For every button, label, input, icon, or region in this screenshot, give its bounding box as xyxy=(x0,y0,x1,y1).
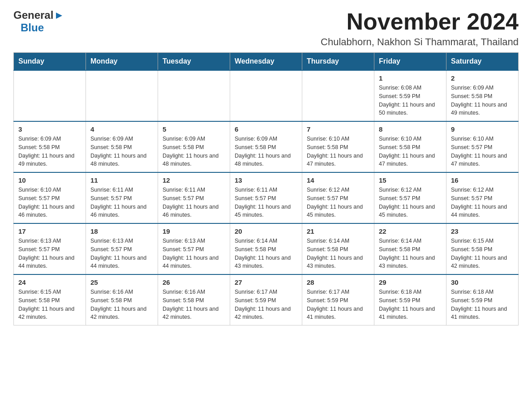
day-number: 26 xyxy=(163,278,225,286)
calendar-cell: 30Sunrise: 6:18 AM Sunset: 5:59 PM Dayli… xyxy=(446,274,519,325)
day-number: 4 xyxy=(90,125,153,133)
day-info: Sunrise: 6:11 AM Sunset: 5:57 PM Dayligh… xyxy=(90,186,153,219)
day-number: 2 xyxy=(451,74,514,82)
week-row-4: 17Sunrise: 6:13 AM Sunset: 5:57 PM Dayli… xyxy=(14,223,519,274)
calendar-cell xyxy=(158,70,230,121)
day-number: 20 xyxy=(235,227,297,235)
column-header-sunday: Sunday xyxy=(14,53,86,71)
day-number: 25 xyxy=(90,278,153,286)
svg-marker-0 xyxy=(56,13,62,19)
calendar-cell: 6Sunrise: 6:09 AM Sunset: 5:58 PM Daylig… xyxy=(230,121,302,172)
month-title: November 2024 xyxy=(321,9,519,34)
logo-general-text: General xyxy=(13,9,53,21)
day-number: 19 xyxy=(163,227,225,235)
calendar-cell: 23Sunrise: 6:15 AM Sunset: 5:58 PM Dayli… xyxy=(446,223,519,274)
calendar-cell xyxy=(14,70,86,121)
calendar-cell xyxy=(302,70,374,121)
day-number: 17 xyxy=(18,227,81,235)
day-number: 6 xyxy=(235,125,297,133)
week-row-2: 3Sunrise: 6:09 AM Sunset: 5:58 PM Daylig… xyxy=(14,121,519,172)
calendar-cell: 18Sunrise: 6:13 AM Sunset: 5:57 PM Dayli… xyxy=(86,223,158,274)
day-info: Sunrise: 6:18 AM Sunset: 5:59 PM Dayligh… xyxy=(379,288,442,321)
day-number: 12 xyxy=(163,176,225,184)
calendar-cell: 22Sunrise: 6:14 AM Sunset: 5:58 PM Dayli… xyxy=(374,223,446,274)
calendar-cell: 16Sunrise: 6:12 AM Sunset: 5:57 PM Dayli… xyxy=(446,172,519,223)
logo-arrow-icon xyxy=(54,11,64,21)
calendar-cell: 10Sunrise: 6:10 AM Sunset: 5:57 PM Dayli… xyxy=(14,172,86,223)
day-info: Sunrise: 6:15 AM Sunset: 5:58 PM Dayligh… xyxy=(451,237,514,270)
calendar-cell: 5Sunrise: 6:09 AM Sunset: 5:58 PM Daylig… xyxy=(158,121,230,172)
day-info: Sunrise: 6:12 AM Sunset: 5:57 PM Dayligh… xyxy=(307,186,369,219)
calendar-cell: 2Sunrise: 6:09 AM Sunset: 5:58 PM Daylig… xyxy=(446,70,519,121)
day-number: 1 xyxy=(379,74,442,82)
calendar-cell: 4Sunrise: 6:09 AM Sunset: 5:58 PM Daylig… xyxy=(86,121,158,172)
column-header-tuesday: Tuesday xyxy=(158,53,230,71)
calendar-cell: 1Sunrise: 6:08 AM Sunset: 5:59 PM Daylig… xyxy=(374,70,446,121)
calendar-cell: 27Sunrise: 6:17 AM Sunset: 5:59 PM Dayli… xyxy=(230,274,302,325)
calendar-cell: 8Sunrise: 6:10 AM Sunset: 5:58 PM Daylig… xyxy=(374,121,446,172)
calendar-cell: 17Sunrise: 6:13 AM Sunset: 5:57 PM Dayli… xyxy=(14,223,86,274)
week-row-5: 24Sunrise: 6:15 AM Sunset: 5:58 PM Dayli… xyxy=(14,274,519,325)
day-info: Sunrise: 6:10 AM Sunset: 5:57 PM Dayligh… xyxy=(18,186,81,219)
calendar-cell: 13Sunrise: 6:11 AM Sunset: 5:57 PM Dayli… xyxy=(230,172,302,223)
day-number: 9 xyxy=(451,125,514,133)
calendar-cell: 29Sunrise: 6:18 AM Sunset: 5:59 PM Dayli… xyxy=(374,274,446,325)
day-number: 24 xyxy=(18,278,81,286)
day-info: Sunrise: 6:09 AM Sunset: 5:58 PM Dayligh… xyxy=(235,135,297,168)
day-info: Sunrise: 6:08 AM Sunset: 5:59 PM Dayligh… xyxy=(379,84,442,117)
column-header-thursday: Thursday xyxy=(302,53,374,71)
calendar-cell: 20Sunrise: 6:14 AM Sunset: 5:58 PM Dayli… xyxy=(230,223,302,274)
day-info: Sunrise: 6:11 AM Sunset: 5:57 PM Dayligh… xyxy=(163,186,225,219)
calendar-cell xyxy=(230,70,302,121)
calendar-cell: 11Sunrise: 6:11 AM Sunset: 5:57 PM Dayli… xyxy=(86,172,158,223)
day-info: Sunrise: 6:14 AM Sunset: 5:58 PM Dayligh… xyxy=(235,237,297,270)
day-number: 27 xyxy=(235,278,297,286)
day-number: 3 xyxy=(18,125,81,133)
day-info: Sunrise: 6:10 AM Sunset: 5:58 PM Dayligh… xyxy=(307,135,369,168)
day-info: Sunrise: 6:17 AM Sunset: 5:59 PM Dayligh… xyxy=(235,288,297,321)
day-number: 7 xyxy=(307,125,369,133)
day-info: Sunrise: 6:17 AM Sunset: 5:59 PM Dayligh… xyxy=(307,288,369,321)
calendar-table: SundayMondayTuesdayWednesdayThursdayFrid… xyxy=(13,52,519,325)
day-number: 13 xyxy=(235,176,297,184)
column-header-wednesday: Wednesday xyxy=(230,53,302,71)
week-row-3: 10Sunrise: 6:10 AM Sunset: 5:57 PM Dayli… xyxy=(14,172,519,223)
calendar-cell: 3Sunrise: 6:09 AM Sunset: 5:58 PM Daylig… xyxy=(14,121,86,172)
day-info: Sunrise: 6:10 AM Sunset: 5:58 PM Dayligh… xyxy=(379,135,442,168)
location-subtitle: Chulabhorn, Nakhon Si Thammarat, Thailan… xyxy=(321,36,519,48)
calendar-cell: 28Sunrise: 6:17 AM Sunset: 5:59 PM Dayli… xyxy=(302,274,374,325)
calendar-cell: 14Sunrise: 6:12 AM Sunset: 5:57 PM Dayli… xyxy=(302,172,374,223)
day-info: Sunrise: 6:10 AM Sunset: 5:57 PM Dayligh… xyxy=(451,135,514,168)
logo: General Blue xyxy=(13,9,64,34)
day-info: Sunrise: 6:16 AM Sunset: 5:58 PM Dayligh… xyxy=(90,288,153,321)
day-info: Sunrise: 6:16 AM Sunset: 5:58 PM Dayligh… xyxy=(163,288,225,321)
day-number: 28 xyxy=(307,278,369,286)
calendar-cell: 24Sunrise: 6:15 AM Sunset: 5:58 PM Dayli… xyxy=(14,274,86,325)
day-number: 5 xyxy=(163,125,225,133)
day-number: 16 xyxy=(451,176,514,184)
day-info: Sunrise: 6:11 AM Sunset: 5:57 PM Dayligh… xyxy=(235,186,297,219)
day-number: 11 xyxy=(90,176,153,184)
calendar-cell: 12Sunrise: 6:11 AM Sunset: 5:57 PM Dayli… xyxy=(158,172,230,223)
calendar-cell xyxy=(86,70,158,121)
day-info: Sunrise: 6:12 AM Sunset: 5:57 PM Dayligh… xyxy=(379,186,442,219)
day-number: 21 xyxy=(307,227,369,235)
day-number: 22 xyxy=(379,227,442,235)
day-info: Sunrise: 6:14 AM Sunset: 5:58 PM Dayligh… xyxy=(307,237,369,270)
day-info: Sunrise: 6:09 AM Sunset: 5:58 PM Dayligh… xyxy=(18,135,81,168)
day-info: Sunrise: 6:14 AM Sunset: 5:58 PM Dayligh… xyxy=(379,237,442,270)
calendar-cell: 21Sunrise: 6:14 AM Sunset: 5:58 PM Dayli… xyxy=(302,223,374,274)
calendar-cell: 7Sunrise: 6:10 AM Sunset: 5:58 PM Daylig… xyxy=(302,121,374,172)
day-info: Sunrise: 6:13 AM Sunset: 5:57 PM Dayligh… xyxy=(18,237,81,270)
header-area: General Blue November 2024 Chulabhorn, N… xyxy=(13,9,519,48)
day-number: 8 xyxy=(379,125,442,133)
column-header-monday: Monday xyxy=(86,53,158,71)
column-header-saturday: Saturday xyxy=(446,53,519,71)
logo-blue-text: Blue xyxy=(21,21,44,34)
column-header-friday: Friday xyxy=(374,53,446,71)
calendar-cell: 9Sunrise: 6:10 AM Sunset: 5:57 PM Daylig… xyxy=(446,121,519,172)
day-number: 18 xyxy=(90,227,153,235)
calendar-cell: 19Sunrise: 6:13 AM Sunset: 5:57 PM Dayli… xyxy=(158,223,230,274)
week-row-1: 1Sunrise: 6:08 AM Sunset: 5:59 PM Daylig… xyxy=(14,70,519,121)
day-info: Sunrise: 6:13 AM Sunset: 5:57 PM Dayligh… xyxy=(163,237,225,270)
